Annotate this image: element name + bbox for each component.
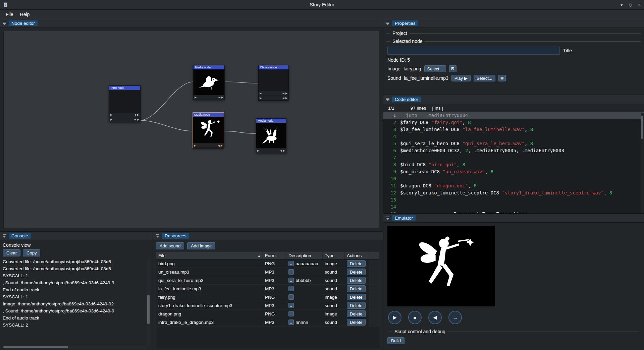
description-edit-button[interactable]: .. — [288, 269, 294, 275]
table-row[interactable]: story1_drako_luminelle_sceptre.mp3MP3..s… — [156, 301, 380, 310]
node-next-icon[interactable]: ▶ — [283, 149, 285, 152]
table-row[interactable]: qui_sera_le_hero.mp3MP3..bbbbbbsoundDele… — [156, 276, 380, 285]
column-file[interactable]: File ▲ — [156, 252, 263, 259]
graph-node[interactable]: Media node▶◀▶ — [256, 118, 286, 153]
copy-button[interactable]: Copy — [23, 249, 40, 256]
sound-select-button[interactable]: Select... — [474, 75, 495, 81]
add-sound-button[interactable]: Add sound — [156, 242, 184, 249]
image-select-button[interactable]: Select... — [424, 65, 446, 72]
node-play-icon[interactable]: ▶ — [195, 96, 197, 99]
node-title-bar[interactable]: Choice node — [259, 65, 288, 69]
delete-button[interactable]: Delete — [347, 310, 366, 317]
maximize-button[interactable]: ◇ — [629, 2, 632, 7]
code-line[interactable]: 12$story1_drako_luminelle_sceptre DC8 "s… — [383, 189, 644, 196]
delete-button[interactable]: Delete — [347, 285, 366, 292]
node-prev-icon[interactable]: ◀ — [282, 97, 284, 100]
image-remove-button[interactable]: ⊠ — [449, 65, 457, 72]
code-editor-area[interactable]: 1 jump .mediaEntry00042$fairy DC8 "fairy… — [383, 112, 644, 213]
graph-node[interactable]: Media node▶◀▶ — [193, 65, 225, 100]
clear-button[interactable]: Clear — [3, 249, 20, 256]
play-button[interactable]: ▶ — [388, 311, 401, 324]
node-prev-icon[interactable]: ◀ — [134, 118, 136, 121]
sound-play-button[interactable]: Play ▶ — [451, 75, 471, 81]
column-type[interactable]: Type — [323, 252, 345, 259]
scrollbar-thumb[interactable] — [3, 346, 68, 348]
node-title-bar[interactable]: Intro node — [109, 86, 140, 90]
code-line[interactable]: 4 — [383, 133, 644, 140]
panel-collapse-icon[interactable] — [386, 21, 390, 25]
code-line[interactable]: 10 — [383, 175, 644, 182]
delete-button[interactable]: Delete — [347, 269, 366, 275]
build-button[interactable]: Build — [387, 337, 405, 344]
description-edit-button[interactable]: .. — [288, 286, 294, 291]
node-title-bar[interactable]: Media node — [256, 119, 286, 123]
panel-collapse-icon[interactable] — [2, 234, 6, 238]
code-line[interactable]: 6$mediaChoice0004 DC32, 2, .mediaEntry00… — [383, 147, 644, 154]
node-play-icon[interactable]: ▶ — [257, 149, 259, 152]
menu-help[interactable]: Help — [17, 11, 33, 18]
graph-node[interactable]: Media node▶◀▶ — [193, 112, 224, 148]
node-prev-icon[interactable]: ◀ — [280, 149, 282, 152]
table-row[interactable]: un_oiseau.mp3MP3..soundDelete — [156, 268, 380, 276]
table-row[interactable]: fairy.pngPNG..imageDelete — [156, 293, 380, 301]
node-next-icon[interactable]: ▶ — [221, 96, 223, 99]
code-line[interactable]: 15 Dramework Tran Transitions — [383, 211, 644, 213]
column-description[interactable]: Description — [286, 252, 323, 259]
description-edit-button[interactable]: .. — [288, 294, 294, 300]
graph-node[interactable]: Choice node▶◀▶▶◀▶ — [258, 65, 289, 101]
code-line[interactable]: 7 — [383, 154, 644, 161]
code-line[interactable]: 9$un_oiseau DC8 "un_oiseau.wav", 8 — [383, 168, 644, 175]
node-prev-icon[interactable]: ◀ — [218, 144, 220, 147]
panel-collapse-icon[interactable] — [386, 216, 390, 220]
console-log[interactable]: Converted file: /home/anthony/ostproj/ba… — [3, 258, 146, 345]
node-play-icon[interactable]: ▶ — [260, 92, 262, 95]
node-next-icon[interactable]: ▶ — [285, 97, 287, 100]
code-line[interactable]: 13 — [383, 196, 644, 203]
code-line[interactable]: 14 — [383, 203, 644, 211]
panel-collapse-icon[interactable] — [386, 98, 390, 102]
close-button[interactable]: × — [638, 2, 641, 7]
column-actions[interactable]: Actions — [345, 252, 369, 259]
table-row[interactable]: la_fee_luminelle.mp3MP3..soundDelete — [156, 285, 380, 293]
minimize-button[interactable]: ▾ — [621, 2, 623, 7]
node-next-icon[interactable]: ▶ — [137, 118, 139, 121]
panel-collapse-icon[interactable] — [156, 234, 160, 238]
scrollbar-thumb[interactable] — [641, 116, 643, 139]
description-edit-button[interactable]: .. — [288, 303, 294, 308]
node-play-icon[interactable]: ▶ — [110, 118, 112, 121]
graph-node[interactable]: Intro node▶◀▶▶◀▶ — [109, 85, 141, 122]
column-format[interactable]: Form. — [263, 252, 286, 259]
panel-collapse-icon[interactable] — [2, 21, 6, 25]
add-image-button[interactable]: Add image — [187, 242, 215, 249]
code-line[interactable]: 3$la_fee_luminelle DC8 "la_fee_luminelle… — [383, 126, 644, 133]
node-prev-icon[interactable]: ◀ — [218, 96, 220, 99]
menu-file[interactable]: File — [3, 11, 16, 18]
node-play-icon[interactable]: ▶ — [260, 97, 262, 100]
node-play-icon[interactable]: ▶ — [194, 144, 196, 147]
code-line[interactable]: 5$qui_sera_le_hero DC8 "qui_sera_le_hero… — [383, 140, 644, 147]
sound-remove-button[interactable]: ⊠ — [498, 75, 506, 81]
delete-button[interactable]: Delete — [347, 302, 366, 309]
console-horizontal-scrollbar[interactable] — [3, 346, 146, 349]
delete-button[interactable]: Delete — [347, 294, 366, 300]
node-prev-icon[interactable]: ◀ — [282, 92, 284, 95]
code-line[interactable]: 8$bird DC8 "bird.qoi", 8 — [383, 161, 644, 168]
node-title-input[interactable] — [387, 47, 560, 55]
node-title-bar[interactable]: Media node — [193, 113, 224, 117]
node-next-icon[interactable]: ▶ — [221, 144, 223, 147]
description-edit-button[interactable]: .. — [288, 311, 294, 316]
delete-button[interactable]: Delete — [347, 260, 366, 267]
code-vertical-scrollbar[interactable] — [641, 113, 644, 213]
description-edit-button[interactable]: .. — [288, 319, 294, 325]
back-button[interactable]: ◀ — [428, 311, 442, 324]
delete-button[interactable]: Delete — [347, 319, 366, 326]
node-prev-icon[interactable]: ◀ — [134, 113, 136, 116]
node-next-icon[interactable]: ▶ — [285, 92, 287, 95]
console-vertical-scrollbar[interactable] — [147, 258, 150, 345]
code-line[interactable]: 2$fairy DC8 "fairy.qoi", 8 — [383, 119, 644, 126]
table-row[interactable]: bird.pngPNG..aaaaaaaaaimageDelete — [156, 259, 380, 268]
forward-button[interactable]: → — [448, 311, 462, 324]
node-next-icon[interactable]: ▶ — [137, 113, 139, 116]
scrollbar-thumb[interactable] — [147, 295, 150, 324]
delete-button[interactable]: Delete — [347, 277, 366, 284]
